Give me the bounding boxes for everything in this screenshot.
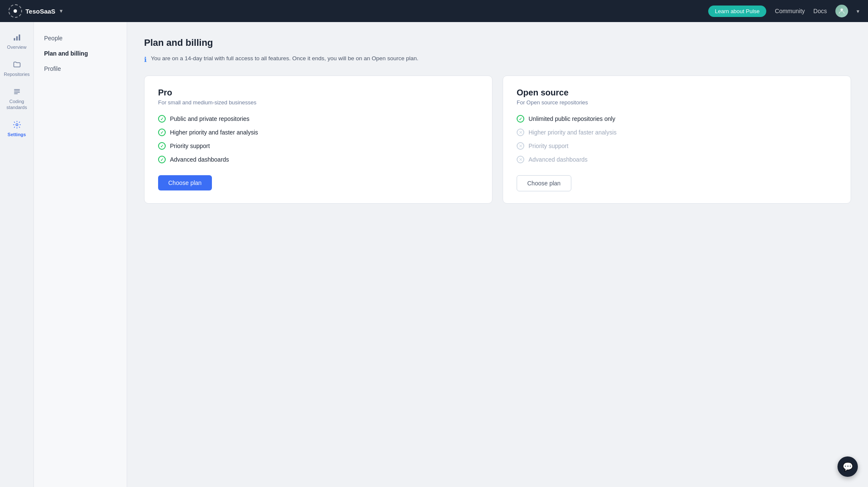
avatar[interactable] [835, 5, 848, 17]
sidebar-item-settings[interactable]: Settings [2, 116, 32, 142]
check-icon-os-1 [517, 115, 524, 123]
sidebar: Overview Repositories Coding standards [0, 22, 34, 487]
open-source-plan-name: Open source [517, 88, 837, 98]
pro-feature-4-text: Advanced dashboards [170, 156, 229, 163]
list-icon [13, 87, 21, 97]
pro-plan-card: Pro For small and medium-sized businesse… [144, 76, 492, 204]
sidebar-coding-standards-label: Coding standards [6, 99, 28, 110]
logo-icon [8, 4, 22, 18]
svg-rect-3 [19, 34, 20, 40]
brand-chevron: ▾ [60, 8, 62, 14]
layout: Overview Repositories Coding standards [0, 22, 868, 487]
pro-feature-4: Advanced dashboards [158, 156, 479, 163]
os-feature-3: ✕ Priority support [517, 142, 837, 150]
logo-dot [14, 9, 17, 13]
page-title: Plan and billing [144, 37, 851, 48]
open-source-plan-description: For Open source repositories [517, 99, 837, 106]
secondary-nav-plan-billing[interactable]: Plan and billing [34, 46, 127, 61]
sidebar-overview-label: Overview [7, 45, 27, 50]
sidebar-settings-label: Settings [8, 132, 26, 137]
x-icon-os-4: ✕ [517, 156, 524, 163]
os-feature-1-text: Unlimited public repositories only [529, 115, 615, 122]
check-icon-3 [158, 142, 166, 150]
folder-icon [13, 60, 21, 70]
bar-chart-icon [13, 33, 21, 43]
pro-plan-name: Pro [158, 88, 479, 98]
brand-logo[interactable]: TesoSaaS ▾ [8, 4, 62, 18]
navbar: TesoSaaS ▾ Learn about Pulse Community D… [0, 0, 868, 22]
sidebar-item-repositories[interactable]: Repositories [2, 56, 32, 81]
sidebar-repositories-label: Repositories [4, 72, 30, 77]
svg-rect-1 [14, 38, 15, 41]
pro-feature-1-text: Public and private repositories [170, 115, 250, 122]
trial-notice-text: You are on a 14-day trial with full acce… [151, 55, 418, 62]
sidebar-item-overview[interactable]: Overview [2, 29, 32, 54]
svg-point-0 [840, 8, 843, 11]
pro-plan-features: Public and private repositories Higher p… [158, 115, 479, 163]
gear-icon [13, 120, 21, 130]
check-icon-2 [158, 129, 166, 136]
open-source-plan-card: Open source For Open source repositories… [503, 76, 851, 204]
navbar-right: Learn about Pulse Community Docs ▾ [708, 5, 860, 17]
os-feature-3-text: Priority support [529, 143, 568, 149]
sidebar-item-coding-standards[interactable]: Coding standards [2, 83, 32, 114]
pro-feature-2: Higher priority and faster analysis [158, 129, 479, 136]
os-feature-2: ✕ Higher priority and faster analysis [517, 129, 837, 136]
pulse-button[interactable]: Learn about Pulse [708, 6, 767, 17]
chat-bubble[interactable]: 💬 [837, 456, 858, 477]
pro-feature-3-text: Priority support [170, 143, 210, 149]
plans-grid: Pro For small and medium-sized businesse… [144, 76, 851, 204]
chat-icon: 💬 [843, 462, 853, 472]
os-feature-4-text: Advanced dashboards [529, 156, 587, 163]
secondary-nav-profile[interactable]: Profile [34, 61, 127, 76]
check-icon-4 [158, 156, 166, 163]
os-feature-2-text: Higher priority and faster analysis [529, 129, 617, 136]
pro-feature-3: Priority support [158, 142, 479, 150]
pro-plan-description: For small and medium-sized businesses [158, 99, 479, 106]
docs-link[interactable]: Docs [813, 8, 827, 14]
svg-point-8 [16, 123, 18, 126]
trial-notice-banner: ℹ You are on a 14-day trial with full ac… [144, 55, 851, 64]
avatar-icon [838, 7, 846, 15]
secondary-nav: People Plan and billing Profile [34, 22, 127, 487]
secondary-nav-people[interactable]: People [34, 31, 127, 46]
brand-name: TesoSaaS [25, 8, 56, 15]
x-icon-os-2: ✕ [517, 129, 524, 136]
community-link[interactable]: Community [775, 8, 805, 14]
os-feature-1: Unlimited public repositories only [517, 115, 837, 123]
info-icon: ℹ [144, 56, 147, 64]
pro-feature-1: Public and private repositories [158, 115, 479, 123]
main-content: Plan and billing ℹ You are on a 14-day t… [127, 22, 868, 487]
x-icon-os-3: ✕ [517, 142, 524, 150]
avatar-chevron[interactable]: ▾ [857, 8, 860, 14]
open-source-plan-features: Unlimited public repositories only ✕ Hig… [517, 115, 837, 163]
open-source-choose-plan-button[interactable]: Choose plan [517, 175, 571, 191]
pro-choose-plan-button[interactable]: Choose plan [158, 175, 212, 190]
os-feature-4: ✕ Advanced dashboards [517, 156, 837, 163]
check-icon-1 [158, 115, 166, 123]
svg-rect-2 [16, 36, 17, 41]
pro-feature-2-text: Higher priority and faster analysis [170, 129, 258, 136]
